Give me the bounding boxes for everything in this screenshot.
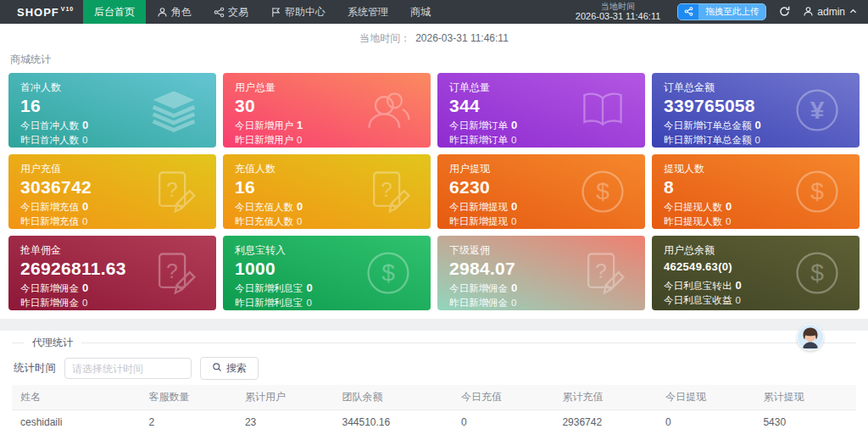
svg-text:?: ? <box>166 259 178 282</box>
svg-text:$: $ <box>810 259 824 286</box>
menu-item-帮助中心[interactable]: 帮助中心 <box>259 0 337 24</box>
users-icon <box>363 85 414 136</box>
table-header-row: 姓名客服数量累计用户团队余额今日充值累计充值今日提现累计提现 <box>12 385 856 410</box>
table-header-cell: 姓名 <box>12 385 140 410</box>
local-time-bar: 当地时间：2026-03-31 11:46:11 <box>8 24 860 50</box>
stat-card: 订单总量 344 今日新增订单0 昨日新增订单0 <box>437 73 645 148</box>
table-row: ceshidaili223344510.160293674205430 <box>12 410 856 429</box>
stat-time-label: 统计时间 <box>14 361 56 376</box>
svg-text:?: ? <box>595 259 607 282</box>
agent-table: 姓名客服数量累计用户团队余额今日充值累计充值今日提现累计提现 ceshidail… <box>12 385 856 429</box>
yen-icon: ¥ <box>792 85 843 136</box>
user-icon <box>157 7 168 18</box>
table-header-cell: 今日提现 <box>657 385 755 410</box>
stats-section-title: 商城统计 <box>10 53 858 67</box>
stat-card: 用户提现 6230 今日新增提现0 昨日新增提现0 $ <box>437 154 645 229</box>
stats-grid: 首冲人数 16 今日首冲人数0 昨日首冲人数0 用户总量 30 今日新增用户1 … <box>8 73 860 310</box>
logo-version: V10 <box>61 6 74 12</box>
menu-item-商城[interactable]: 商城 <box>399 0 442 24</box>
svg-text:?: ? <box>166 178 178 201</box>
table-header-cell: 累计充值 <box>554 385 657 410</box>
note-icon: ? <box>363 166 414 217</box>
table-cell: 2 <box>140 410 236 429</box>
stat-card-yesterday-line: 昨日新增提现0 <box>449 215 633 228</box>
chevron-up-icon <box>849 7 858 16</box>
menu-item-label: 帮助中心 <box>285 5 326 20</box>
note-icon: ? <box>577 248 628 298</box>
refresh-icon[interactable] <box>778 5 791 18</box>
menu-item-后台首页[interactable]: 后台首页 <box>83 0 146 24</box>
menu-item-角色[interactable]: 角色 <box>146 0 203 24</box>
dollar-icon: $ <box>577 166 628 217</box>
upload-button-label: 拖拽至此上传 <box>698 6 765 18</box>
menu-item-交易[interactable]: 交易 <box>203 0 259 24</box>
top-navbar: SHOPFV10 后台首页 角色 交易 帮助中心 系统管理 商城 <box>0 0 868 24</box>
table-body: ceshidaili223344510.160293674205430ceshi… <box>12 410 856 429</box>
stat-card: 利息宝转入 1000 今日新增利息宝0 昨日新增利息宝0 $ <box>223 236 431 310</box>
stat-card-yesterday-line: 昨日新增充值0 <box>20 215 204 228</box>
stat-card: 抢单佣金 26926811.63 今日新增佣金0 昨日新增佣金0 ? <box>8 236 216 310</box>
stat-card-yesterday-line: 昨日新增佣金0 <box>20 297 204 309</box>
upload-button[interactable]: 拖拽至此上传 <box>677 3 766 20</box>
stat-card-yesterday-line: 昨日新增佣金0 <box>449 297 633 309</box>
local-time-value: 2026-03-31 11:46:11 <box>576 11 661 22</box>
table-cell: 344510.16 <box>333 410 452 429</box>
stats-section: 当地时间：2026-03-31 11:46:11 商城统计 首冲人数 16 今日… <box>0 24 868 319</box>
stat-card: 订单总金额 339765058 今日新增订单总金额0 昨日新增订单总金额0 ¥ <box>652 73 860 148</box>
user-icon <box>803 6 814 17</box>
username: admin <box>817 6 845 18</box>
stat-time-input[interactable] <box>64 358 192 379</box>
menu-item-label: 角色 <box>171 5 192 20</box>
navbar-local-time: 当地时间 2026-03-31 11:46:11 <box>576 2 661 22</box>
logo-text: SHOPF <box>17 6 59 19</box>
stat-card: 用户充值 3036742 今日新增充值0 昨日新增充值0 ? <box>8 154 216 229</box>
layers-icon <box>148 85 199 136</box>
menu-item-系统管理[interactable]: 系统管理 <box>337 0 399 24</box>
search-icon <box>212 362 222 375</box>
table-cell: 5430 <box>754 410 856 429</box>
dollar-icon: $ <box>792 166 843 217</box>
table-header-cell: 团队余额 <box>333 385 452 410</box>
stat-card-yesterday-line: 昨日首冲人数0 <box>20 134 204 147</box>
table-cell: 23 <box>236 410 334 429</box>
stat-card: 提现人数 8 今日提现人数0 昨日提现人数0 $ <box>652 154 860 229</box>
stat-card-yesterday-line: 昨日新增利息宝0 <box>235 297 419 309</box>
agent-fieldset: 代理统计 统计时间 搜索 姓名客服数量累计用户团队余额今日充值累计充值今日提现累… <box>12 336 856 429</box>
stat-card: 用户总余额 462549.63(0) 今日利息宝转出0 今日利息宝收益0 $ <box>652 236 860 310</box>
table-header-cell: 累计提现 <box>754 385 856 410</box>
share-icon <box>214 7 225 18</box>
navbar-right: 当地时间 2026-03-31 11:46:11 拖拽至此上传 admin <box>576 2 868 22</box>
local-time-label: 当地时间 <box>576 2 661 12</box>
menu-item-label: 商城 <box>410 5 431 20</box>
svg-text:$: $ <box>381 259 395 286</box>
stat-card: 用户总量 30 今日新增用户1 昨日新增用户0 <box>223 73 431 148</box>
svg-text:$: $ <box>596 178 609 204</box>
table-cell: 2936742 <box>554 410 657 429</box>
svg-text:$: $ <box>810 178 824 204</box>
share-upload-icon <box>678 4 698 20</box>
menu-item-label: 系统管理 <box>348 5 388 20</box>
stat-card: 首冲人数 16 今日首冲人数0 昨日首冲人数0 <box>8 73 216 148</box>
stat-card: 充值人数 16 今日充值人数0 昨日充值人数0 ? <box>223 154 431 229</box>
app-logo: SHOPFV10 <box>17 6 83 19</box>
table-cell: 0 <box>453 410 554 429</box>
search-button-label: 搜索 <box>226 361 247 376</box>
table-cell: 0 <box>657 410 755 429</box>
stat-card-yesterday-line: 昨日新增用户0 <box>235 134 419 147</box>
time-bar-value: 2026-03-31 11:46:11 <box>415 32 509 44</box>
search-button[interactable]: 搜索 <box>200 357 259 380</box>
user-menu[interactable]: admin <box>803 6 858 18</box>
agent-section: 代理统计 统计时间 搜索 姓名客服数量累计用户团队余额今日充值累计充值今日提现累… <box>0 331 868 429</box>
svg-text:?: ? <box>381 178 392 201</box>
table-cell: ceshidaili <box>12 410 140 429</box>
menu-item-label: 交易 <box>228 5 248 20</box>
stat-card-yesterday-line: 昨日新增订单0 <box>449 134 633 147</box>
service-avatar[interactable] <box>797 324 824 351</box>
stat-card-yesterday-line: 昨日提现人数0 <box>664 215 848 228</box>
table-header-cell: 今日充值 <box>453 385 554 410</box>
stat-card-yesterday-line: 昨日充值人数0 <box>235 215 419 228</box>
book-icon <box>577 85 628 136</box>
note-icon: ? <box>148 248 199 298</box>
stat-card: 下级返佣 2984.07 今日新增佣金0 昨日新增佣金0 ? <box>437 236 645 310</box>
table-header-cell: 客服数量 <box>140 385 236 410</box>
